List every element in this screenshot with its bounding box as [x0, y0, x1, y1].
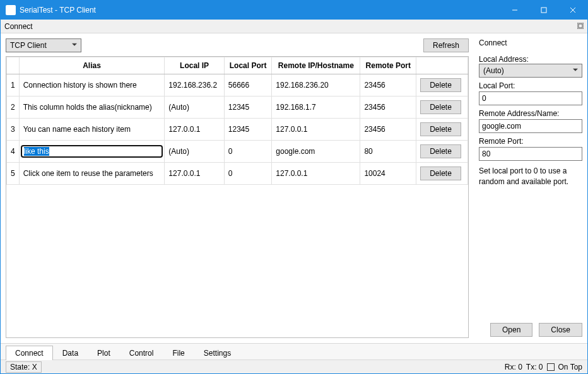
- connect-panel: Connect Local Address: (Auto) Local Port…: [474, 33, 587, 343]
- row-number: 5: [7, 163, 20, 185]
- local-port-input[interactable]: [479, 91, 582, 105]
- local-port-cell[interactable]: 0: [224, 163, 271, 185]
- local-ip-cell[interactable]: 192.168.236.2: [165, 74, 224, 96]
- table-row[interactable]: 2This column holds the alias(nickname)(A…: [7, 96, 468, 119]
- local-port-label: Local Port:: [479, 81, 582, 90]
- bottom-tabs: ConnectDataPlotControlFileSettings: [1, 343, 587, 359]
- history-pane: TCP Client Refresh Alias Local IP Local …: [1, 33, 474, 343]
- remote-port-label: Remote Port:: [479, 137, 582, 146]
- window-title: SerialTest - TCP Client: [20, 6, 500, 15]
- delete-button[interactable]: Delete: [420, 78, 461, 92]
- alias-edit-input[interactable]: [21, 145, 163, 158]
- open-button[interactable]: Open: [490, 323, 532, 337]
- local-ip-cell[interactable]: (Auto): [165, 141, 224, 163]
- local-address-label: Local Address:: [479, 55, 582, 64]
- remote-port-cell[interactable]: 23456: [360, 74, 416, 96]
- table-row[interactable]: 3You can name each history item127.0.0.1…: [7, 119, 468, 141]
- local-port-cell[interactable]: 12345: [224, 119, 271, 141]
- row-number: 4: [7, 141, 20, 163]
- col-alias[interactable]: Alias: [19, 57, 165, 74]
- delete-cell: Delete: [416, 96, 468, 119]
- alias-cell[interactable]: You can name each history item: [19, 119, 165, 141]
- local-port-cell[interactable]: 12345: [224, 96, 271, 119]
- alias-cell[interactable]: Connection history is shown there: [19, 74, 165, 96]
- local-ip-cell[interactable]: 127.0.0.1: [165, 163, 224, 185]
- mode-selector[interactable]: TCP Client: [6, 38, 81, 52]
- statusbar: State: X Rx: 0 Tx: 0 On Top: [1, 359, 587, 373]
- remote-host-cell[interactable]: 192.168.1.7: [272, 96, 360, 119]
- remote-host-cell[interactable]: 192.168.236.20: [272, 74, 360, 96]
- tab-control[interactable]: Control: [120, 346, 163, 360]
- col-local-ip[interactable]: Local IP: [165, 57, 224, 74]
- delete-button[interactable]: Delete: [420, 122, 461, 136]
- delete-cell: Delete: [416, 163, 468, 185]
- connect-group-label: Connect: [479, 38, 582, 47]
- tab-plot[interactable]: Plot: [88, 346, 120, 360]
- row-number: 1: [7, 74, 20, 96]
- table-row[interactable]: 4(Auto)0google.com80Delete: [7, 141, 468, 163]
- local-address-select[interactable]: (Auto): [479, 64, 582, 78]
- remote-port-cell[interactable]: 23456: [360, 96, 416, 119]
- local-ip-cell[interactable]: (Auto): [165, 96, 224, 119]
- remote-address-label: Remote Address/Name:: [479, 109, 582, 118]
- tab-settings[interactable]: Settings: [194, 346, 240, 360]
- row-number: 2: [7, 96, 20, 119]
- delete-button[interactable]: Delete: [420, 100, 461, 114]
- remote-address-input[interactable]: [479, 119, 582, 133]
- dock-icon[interactable]: [577, 22, 584, 31]
- delete-cell: Delete: [416, 119, 468, 141]
- col-local-port[interactable]: Local Port: [224, 57, 271, 74]
- alias-cell[interactable]: This column holds the alias(nickname): [19, 96, 165, 119]
- svg-rect-5: [579, 24, 582, 28]
- ontop-label: On Top: [558, 363, 582, 371]
- remote-port-cell[interactable]: 10024: [360, 163, 416, 185]
- status-state: State: X: [6, 361, 42, 373]
- refresh-button[interactable]: Refresh: [423, 38, 469, 52]
- delete-cell: Delete: [416, 141, 468, 163]
- table-row[interactable]: 5Click one item to reuse the parameters1…: [7, 163, 468, 185]
- remote-host-cell[interactable]: 127.0.0.1: [272, 119, 360, 141]
- titlebar: SerialTest - TCP Client: [1, 1, 587, 20]
- alias-cell-editing[interactable]: [19, 141, 165, 163]
- local-port-cell[interactable]: 56666: [224, 74, 271, 96]
- menubar: Connect: [1, 20, 587, 33]
- port-hint: Set local port to 0 to use a random and …: [479, 166, 582, 187]
- ontop-checkbox[interactable]: [547, 363, 555, 371]
- remote-host-cell[interactable]: 127.0.0.1: [272, 163, 360, 185]
- table-row[interactable]: 1Connection history is shown there192.16…: [7, 74, 468, 96]
- status-tx: Tx: 0: [526, 363, 543, 371]
- status-rx: Rx: 0: [505, 363, 522, 371]
- app-icon: [6, 5, 16, 15]
- col-remote-host[interactable]: Remote IP/Hostname: [272, 57, 360, 74]
- delete-button[interactable]: Delete: [420, 144, 461, 158]
- tab-connect[interactable]: Connect: [6, 346, 53, 360]
- row-number-header: [7, 57, 20, 74]
- delete-button[interactable]: Delete: [420, 167, 461, 180]
- minimize-button[interactable]: [500, 1, 529, 20]
- row-number: 3: [7, 119, 20, 141]
- close-window-button[interactable]: [558, 1, 587, 20]
- remote-port-cell[interactable]: 80: [360, 141, 416, 163]
- remote-port-input[interactable]: [479, 147, 582, 161]
- close-button[interactable]: Close: [539, 323, 582, 337]
- local-ip-cell[interactable]: 127.0.0.1: [165, 119, 224, 141]
- remote-host-cell[interactable]: google.com: [272, 141, 360, 163]
- menubar-label: Connect: [4, 22, 33, 31]
- svg-rect-1: [541, 8, 546, 13]
- local-port-cell[interactable]: 0: [224, 141, 271, 163]
- delete-cell: Delete: [416, 74, 468, 96]
- tab-file[interactable]: File: [163, 346, 194, 360]
- alias-cell[interactable]: Click one item to reuse the parameters: [19, 163, 165, 185]
- tab-data[interactable]: Data: [53, 346, 88, 360]
- remote-port-cell[interactable]: 23456: [360, 119, 416, 141]
- col-remote-port[interactable]: Remote Port: [360, 57, 416, 74]
- history-table: Alias Local IP Local Port Remote IP/Host…: [6, 56, 469, 338]
- maximize-button[interactable]: [529, 1, 558, 20]
- col-actions: [416, 57, 468, 74]
